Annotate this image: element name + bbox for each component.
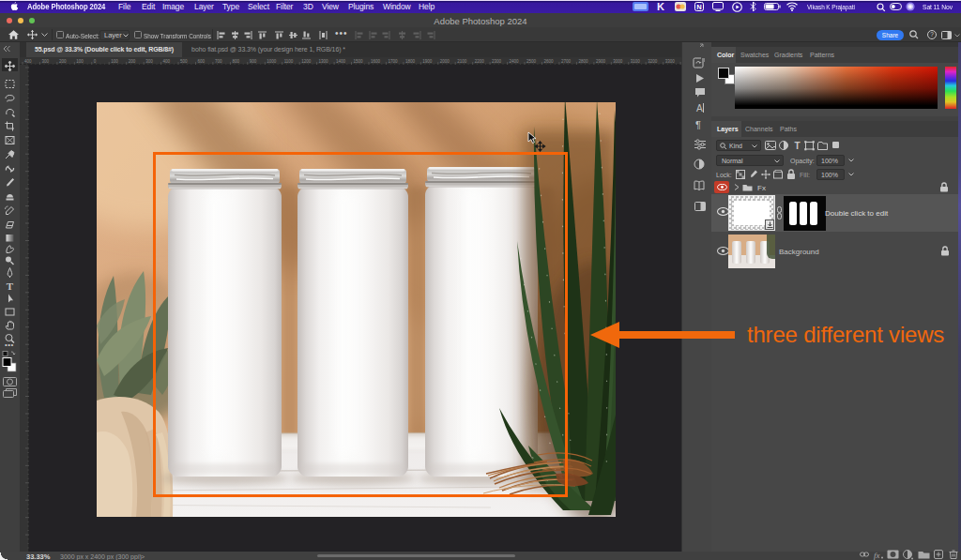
svg-text:fx: fx (874, 551, 880, 560)
svg-text:100: 100 (111, 59, 118, 64)
svg-text:1600: 1600 (371, 59, 381, 64)
svg-text:1800: 1800 (405, 59, 416, 64)
svg-text:0: 0 (94, 59, 97, 64)
svg-text:1400: 1400 (336, 59, 346, 64)
svg-text:2200: 2200 (475, 59, 485, 64)
svg-text:2400: 2400 (510, 59, 520, 64)
svg-text:2700: 2700 (561, 59, 572, 64)
svg-text:300: 300 (41, 59, 49, 64)
svg-text:2900: 2900 (596, 59, 606, 64)
svg-text:100: 100 (76, 59, 84, 64)
svg-text:T: T (794, 141, 800, 151)
svg-text:400: 400 (24, 59, 32, 64)
svg-text:3300: 3300 (665, 59, 676, 64)
svg-text:T: T (7, 280, 14, 292)
svg-text:3000: 3000 (613, 59, 623, 64)
svg-text:2600: 2600 (544, 59, 555, 64)
svg-text:700: 700 (215, 59, 222, 64)
svg-text:200: 200 (59, 59, 67, 64)
svg-text:3100: 3100 (631, 59, 641, 64)
svg-text:2000: 2000 (440, 59, 450, 64)
svg-text:2500: 2500 (526, 59, 537, 64)
svg-text:1100: 1100 (284, 59, 294, 64)
svg-text:300: 300 (145, 59, 153, 64)
svg-text:3200: 3200 (648, 59, 658, 64)
svg-text:400: 400 (163, 59, 171, 64)
svg-text:600: 600 (198, 59, 206, 64)
svg-text:1200: 1200 (301, 59, 312, 64)
svg-text:¶: ¶ (695, 119, 701, 130)
svg-text:2800: 2800 (578, 59, 588, 64)
svg-text:2100: 2100 (457, 59, 467, 64)
svg-text:1300: 1300 (319, 59, 329, 64)
svg-text:1900: 1900 (422, 59, 433, 64)
svg-text:1700: 1700 (388, 59, 398, 64)
svg-text:1000: 1000 (267, 59, 277, 64)
svg-text:?: ? (930, 31, 934, 38)
svg-text:A: A (696, 103, 703, 114)
svg-text:500: 500 (180, 59, 188, 64)
svg-text:800: 800 (232, 59, 239, 64)
svg-text:2300: 2300 (492, 59, 502, 64)
svg-text:200: 200 (129, 59, 136, 64)
svg-text:900: 900 (250, 59, 257, 64)
svg-text:1500: 1500 (354, 59, 364, 64)
